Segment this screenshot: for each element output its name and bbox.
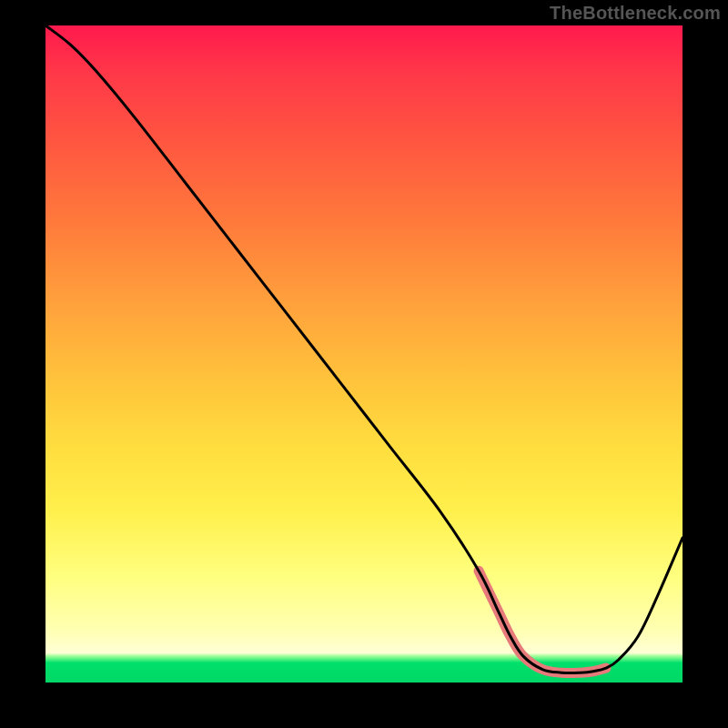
watermark-text: TheBottleneck.com (550, 0, 721, 25)
plot-area (46, 25, 682, 682)
curve-svg (46, 25, 682, 682)
bottleneck-curve (46, 25, 682, 673)
chart-frame: TheBottleneck.com (0, 0, 728, 728)
highlight-region-path (479, 571, 606, 672)
